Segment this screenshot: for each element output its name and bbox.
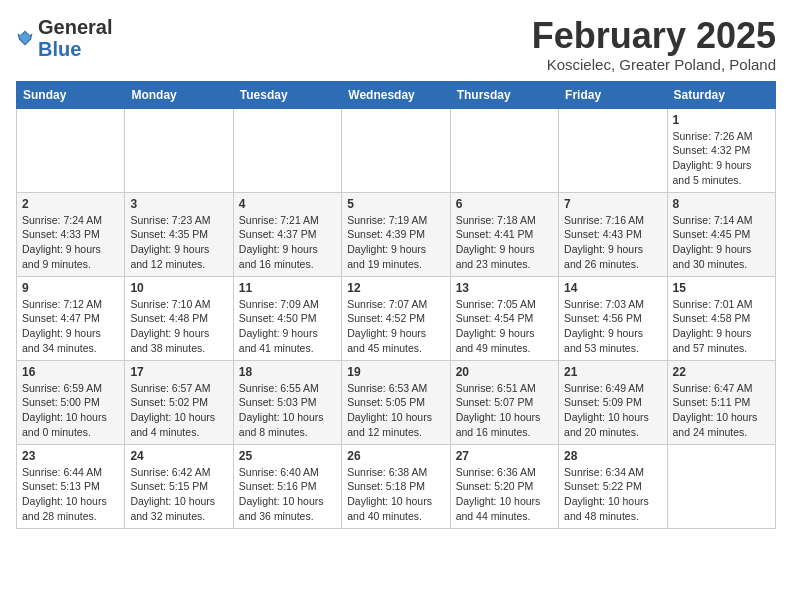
day-number: 19 — [347, 365, 444, 379]
calendar-cell — [125, 108, 233, 192]
cell-content: 18Sunrise: 6:55 AM Sunset: 5:03 PM Dayli… — [239, 365, 336, 440]
cell-content: 22Sunrise: 6:47 AM Sunset: 5:11 PM Dayli… — [673, 365, 770, 440]
day-info: Sunrise: 7:03 AM Sunset: 4:56 PM Dayligh… — [564, 297, 661, 356]
cell-content: 27Sunrise: 6:36 AM Sunset: 5:20 PM Dayli… — [456, 449, 553, 524]
day-info: Sunrise: 6:38 AM Sunset: 5:18 PM Dayligh… — [347, 465, 444, 524]
day-info: Sunrise: 7:09 AM Sunset: 4:50 PM Dayligh… — [239, 297, 336, 356]
cell-content: 17Sunrise: 6:57 AM Sunset: 5:02 PM Dayli… — [130, 365, 227, 440]
day-number: 25 — [239, 449, 336, 463]
cell-content: 16Sunrise: 6:59 AM Sunset: 5:00 PM Dayli… — [22, 365, 119, 440]
day-number: 4 — [239, 197, 336, 211]
day-number: 8 — [673, 197, 770, 211]
cell-content: 19Sunrise: 6:53 AM Sunset: 5:05 PM Dayli… — [347, 365, 444, 440]
day-info: Sunrise: 7:18 AM Sunset: 4:41 PM Dayligh… — [456, 213, 553, 272]
day-info: Sunrise: 7:16 AM Sunset: 4:43 PM Dayligh… — [564, 213, 661, 272]
calendar-cell — [450, 108, 558, 192]
day-info: Sunrise: 7:19 AM Sunset: 4:39 PM Dayligh… — [347, 213, 444, 272]
day-number: 24 — [130, 449, 227, 463]
calendar-cell: 12Sunrise: 7:07 AM Sunset: 4:52 PM Dayli… — [342, 276, 450, 360]
day-number: 5 — [347, 197, 444, 211]
weekday-header-row: SundayMondayTuesdayWednesdayThursdayFrid… — [17, 81, 776, 108]
cell-content: 20Sunrise: 6:51 AM Sunset: 5:07 PM Dayli… — [456, 365, 553, 440]
cell-content: 13Sunrise: 7:05 AM Sunset: 4:54 PM Dayli… — [456, 281, 553, 356]
day-number: 10 — [130, 281, 227, 295]
day-info: Sunrise: 6:34 AM Sunset: 5:22 PM Dayligh… — [564, 465, 661, 524]
calendar-cell: 25Sunrise: 6:40 AM Sunset: 5:16 PM Dayli… — [233, 444, 341, 528]
weekday-header-sunday: Sunday — [17, 81, 125, 108]
day-info: Sunrise: 6:40 AM Sunset: 5:16 PM Dayligh… — [239, 465, 336, 524]
page-header: General Blue February 2025 Koscielec, Gr… — [16, 16, 776, 73]
cell-content: 1Sunrise: 7:26 AM Sunset: 4:32 PM Daylig… — [673, 113, 770, 188]
week-row-3: 9Sunrise: 7:12 AM Sunset: 4:47 PM Daylig… — [17, 276, 776, 360]
cell-content: 7Sunrise: 7:16 AM Sunset: 4:43 PM Daylig… — [564, 197, 661, 272]
day-number: 11 — [239, 281, 336, 295]
cell-content: 2Sunrise: 7:24 AM Sunset: 4:33 PM Daylig… — [22, 197, 119, 272]
day-info: Sunrise: 7:21 AM Sunset: 4:37 PM Dayligh… — [239, 213, 336, 272]
day-info: Sunrise: 7:26 AM Sunset: 4:32 PM Dayligh… — [673, 129, 770, 188]
cell-content: 11Sunrise: 7:09 AM Sunset: 4:50 PM Dayli… — [239, 281, 336, 356]
calendar-cell — [559, 108, 667, 192]
calendar-cell: 27Sunrise: 6:36 AM Sunset: 5:20 PM Dayli… — [450, 444, 558, 528]
calendar-cell: 8Sunrise: 7:14 AM Sunset: 4:45 PM Daylig… — [667, 192, 775, 276]
cell-content: 3Sunrise: 7:23 AM Sunset: 4:35 PM Daylig… — [130, 197, 227, 272]
logo-icon — [16, 29, 34, 47]
day-info: Sunrise: 7:05 AM Sunset: 4:54 PM Dayligh… — [456, 297, 553, 356]
calendar-table: SundayMondayTuesdayWednesdayThursdayFrid… — [16, 81, 776, 529]
weekday-header-wednesday: Wednesday — [342, 81, 450, 108]
cell-content: 5Sunrise: 7:19 AM Sunset: 4:39 PM Daylig… — [347, 197, 444, 272]
day-number: 26 — [347, 449, 444, 463]
calendar-cell: 28Sunrise: 6:34 AM Sunset: 5:22 PM Dayli… — [559, 444, 667, 528]
calendar-subtitle: Koscielec, Greater Poland, Poland — [532, 56, 776, 73]
day-info: Sunrise: 7:23 AM Sunset: 4:35 PM Dayligh… — [130, 213, 227, 272]
calendar-title: February 2025 — [532, 16, 776, 56]
day-number: 12 — [347, 281, 444, 295]
calendar-cell: 13Sunrise: 7:05 AM Sunset: 4:54 PM Dayli… — [450, 276, 558, 360]
day-number: 23 — [22, 449, 119, 463]
cell-content: 23Sunrise: 6:44 AM Sunset: 5:13 PM Dayli… — [22, 449, 119, 524]
day-info: Sunrise: 7:24 AM Sunset: 4:33 PM Dayligh… — [22, 213, 119, 272]
title-area: February 2025 Koscielec, Greater Poland,… — [532, 16, 776, 73]
calendar-cell: 18Sunrise: 6:55 AM Sunset: 5:03 PM Dayli… — [233, 360, 341, 444]
day-info: Sunrise: 6:36 AM Sunset: 5:20 PM Dayligh… — [456, 465, 553, 524]
day-number: 6 — [456, 197, 553, 211]
calendar-cell: 2Sunrise: 7:24 AM Sunset: 4:33 PM Daylig… — [17, 192, 125, 276]
day-number: 9 — [22, 281, 119, 295]
weekday-header-friday: Friday — [559, 81, 667, 108]
day-info: Sunrise: 7:07 AM Sunset: 4:52 PM Dayligh… — [347, 297, 444, 356]
calendar-cell: 21Sunrise: 6:49 AM Sunset: 5:09 PM Dayli… — [559, 360, 667, 444]
day-number: 7 — [564, 197, 661, 211]
day-info: Sunrise: 6:44 AM Sunset: 5:13 PM Dayligh… — [22, 465, 119, 524]
calendar-cell: 17Sunrise: 6:57 AM Sunset: 5:02 PM Dayli… — [125, 360, 233, 444]
day-number: 13 — [456, 281, 553, 295]
calendar-cell: 16Sunrise: 6:59 AM Sunset: 5:00 PM Dayli… — [17, 360, 125, 444]
weekday-header-thursday: Thursday — [450, 81, 558, 108]
week-row-1: 1Sunrise: 7:26 AM Sunset: 4:32 PM Daylig… — [17, 108, 776, 192]
day-number: 14 — [564, 281, 661, 295]
cell-content: 10Sunrise: 7:10 AM Sunset: 4:48 PM Dayli… — [130, 281, 227, 356]
calendar-cell: 11Sunrise: 7:09 AM Sunset: 4:50 PM Dayli… — [233, 276, 341, 360]
cell-content: 4Sunrise: 7:21 AM Sunset: 4:37 PM Daylig… — [239, 197, 336, 272]
calendar-cell: 6Sunrise: 7:18 AM Sunset: 4:41 PM Daylig… — [450, 192, 558, 276]
calendar-cell: 23Sunrise: 6:44 AM Sunset: 5:13 PM Dayli… — [17, 444, 125, 528]
calendar-cell: 14Sunrise: 7:03 AM Sunset: 4:56 PM Dayli… — [559, 276, 667, 360]
day-number: 18 — [239, 365, 336, 379]
cell-content: 15Sunrise: 7:01 AM Sunset: 4:58 PM Dayli… — [673, 281, 770, 356]
week-row-4: 16Sunrise: 6:59 AM Sunset: 5:00 PM Dayli… — [17, 360, 776, 444]
calendar-cell: 20Sunrise: 6:51 AM Sunset: 5:07 PM Dayli… — [450, 360, 558, 444]
day-info: Sunrise: 6:51 AM Sunset: 5:07 PM Dayligh… — [456, 381, 553, 440]
weekday-header-saturday: Saturday — [667, 81, 775, 108]
day-number: 1 — [673, 113, 770, 127]
calendar-cell — [233, 108, 341, 192]
calendar-cell — [667, 444, 775, 528]
day-number: 15 — [673, 281, 770, 295]
weekday-header-tuesday: Tuesday — [233, 81, 341, 108]
day-info: Sunrise: 6:59 AM Sunset: 5:00 PM Dayligh… — [22, 381, 119, 440]
week-row-2: 2Sunrise: 7:24 AM Sunset: 4:33 PM Daylig… — [17, 192, 776, 276]
cell-content: 25Sunrise: 6:40 AM Sunset: 5:16 PM Dayli… — [239, 449, 336, 524]
logo: General Blue — [16, 16, 112, 60]
day-info: Sunrise: 7:12 AM Sunset: 4:47 PM Dayligh… — [22, 297, 119, 356]
day-info: Sunrise: 6:57 AM Sunset: 5:02 PM Dayligh… — [130, 381, 227, 440]
calendar-cell: 9Sunrise: 7:12 AM Sunset: 4:47 PM Daylig… — [17, 276, 125, 360]
calendar-cell: 15Sunrise: 7:01 AM Sunset: 4:58 PM Dayli… — [667, 276, 775, 360]
day-info: Sunrise: 6:55 AM Sunset: 5:03 PM Dayligh… — [239, 381, 336, 440]
